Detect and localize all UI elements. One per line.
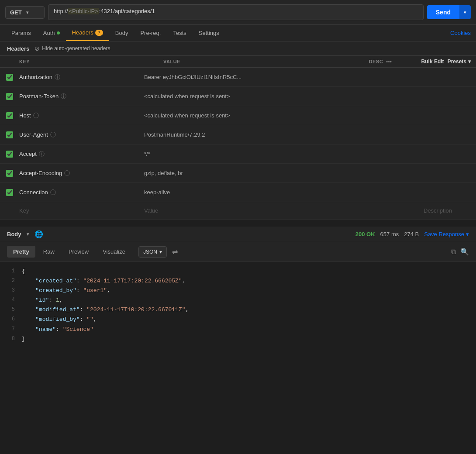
response-bar: Body ▾ 🌐 200 OK 657 ms 274 B Save Respon…	[0, 227, 476, 242]
method-chevron-icon: ▾	[26, 10, 40, 15]
line-6-content: "modified_by": "",	[22, 315, 476, 324]
table-actions: Bulk Edit Presets ▾	[421, 58, 476, 65]
response-size: 274 B	[404, 231, 419, 237]
format-chevron-icon: ▾	[159, 249, 162, 255]
row-4-checkbox[interactable]	[6, 131, 13, 138]
headers-table: KEY VALUE DESC ••• Bulk Edit Presets ▾ A…	[0, 56, 476, 220]
row-4-key: User-Agent ⓘ	[19, 131, 144, 139]
tab-tests-label: Tests	[173, 30, 186, 36]
row-2-value: <calculated when request is sent>	[144, 93, 424, 100]
url-input[interactable]: http://<Public-IP>:4321/api/categories/1	[48, 4, 424, 20]
method-label: GET	[10, 9, 24, 16]
row-3-checkbox[interactable]	[6, 112, 13, 119]
row-6-check-col	[0, 170, 19, 177]
line-8-content: }	[22, 334, 476, 344]
row-6-value: gzip, deflate, br	[144, 170, 424, 176]
row-5-key: Accept ⓘ	[19, 150, 144, 158]
code-line-1: 1 {	[0, 267, 476, 276]
row-1-value: Bearer eyJhbGciOiJIUzI1NiIsInR5cC...	[144, 74, 424, 80]
send-button[interactable]: Send	[427, 5, 459, 19]
row-7-checkbox[interactable]	[6, 189, 13, 196]
row-5-checkbox[interactable]	[6, 151, 13, 158]
row-1-check-col	[0, 74, 19, 81]
headers-toolbar: Headers ⊘ Hide auto-generated headers	[0, 41, 476, 56]
row-7-info-icon[interactable]: ⓘ	[50, 189, 56, 196]
tab-body[interactable]: Body	[109, 25, 135, 41]
row-7-check-col	[0, 189, 19, 196]
tab-pretty-label: Pretty	[13, 248, 29, 255]
line-num-6: 6	[0, 315, 22, 323]
bulk-edit-button[interactable]: Bulk Edit	[421, 58, 444, 65]
tab-auth[interactable]: Auth	[37, 25, 66, 41]
line-5-content: "modified_at": "2024-11-17T10:20:22.6670…	[22, 305, 476, 315]
format-select[interactable]: JSON ▾	[138, 246, 167, 258]
method-select[interactable]: GET ▾	[5, 6, 45, 19]
row-2-info-icon[interactable]: ⓘ	[61, 93, 66, 100]
row-2-key-label: Postman-Token	[19, 93, 59, 100]
hide-autogen-toggle[interactable]: ⊘ Hide auto-generated headers	[34, 45, 110, 52]
line-num-7: 7	[0, 325, 22, 334]
code-area: 1 { 2 "created_at": "2024-11-17T17:20:22…	[0, 261, 476, 349]
eye-icon: ⊘	[34, 45, 40, 52]
row-3-key: Host ⓘ	[19, 112, 144, 120]
tab-preview-label: Preview	[69, 248, 89, 255]
line-num-5: 5	[0, 305, 22, 314]
tab-params[interactable]: Params	[5, 25, 37, 41]
row-2-key: Postman-Token ⓘ	[19, 93, 144, 100]
row-7-key: Connection ⓘ	[19, 189, 144, 196]
row-1-checkbox[interactable]	[6, 74, 13, 81]
col-desc-header: DESC •••	[369, 59, 421, 64]
code-wrapper: 1 { 2 "created_at": "2024-11-17T17:20:22…	[0, 261, 476, 349]
code-line-2: 2 "created_at": "2024-11-17T17:20:22.666…	[0, 276, 476, 286]
cookies-link[interactable]: Cookies	[450, 30, 471, 36]
row-5-check-col	[0, 151, 19, 158]
search-icon[interactable]: 🔍	[460, 248, 469, 256]
wrap-icon[interactable]: ⇌	[172, 248, 178, 256]
tab-visualize[interactable]: Visualize	[97, 246, 131, 258]
send-button-group: Send ▾	[427, 5, 471, 19]
line-num-1: 1	[0, 267, 22, 275]
row-4-info-icon[interactable]: ⓘ	[50, 131, 56, 139]
empty-row[interactable]: Key Value Description	[0, 202, 476, 220]
url-suffix: :4321/api/categories/1	[99, 8, 155, 14]
tab-prereq[interactable]: Pre-req.	[134, 25, 167, 41]
save-response-chevron-icon: ▾	[466, 231, 469, 237]
save-response-button[interactable]: Save Response ▾	[424, 231, 469, 237]
tab-raw[interactable]: Raw	[37, 246, 61, 258]
row-2-checkbox[interactable]	[6, 93, 13, 100]
row-6-checkbox[interactable]	[6, 170, 13, 177]
tab-tests[interactable]: Tests	[167, 25, 192, 41]
tab-pretty[interactable]: Pretty	[7, 246, 35, 258]
body-chevron-icon[interactable]: ▾	[27, 231, 29, 237]
row-4-check-col	[0, 131, 19, 138]
table-row: Postman-Token ⓘ <calculated when request…	[0, 87, 476, 106]
row-3-info-icon[interactable]: ⓘ	[33, 112, 39, 120]
tab-settings-label: Settings	[199, 30, 219, 36]
col-value-header: VALUE	[163, 59, 369, 64]
tab-settings[interactable]: Settings	[193, 25, 225, 41]
row-5-info-icon[interactable]: ⓘ	[39, 150, 45, 158]
row-5-key-label: Accept	[19, 151, 37, 157]
tab-params-label: Params	[11, 30, 31, 36]
row-1-key-label: Authorization	[19, 74, 52, 80]
code-line-5: 5 "modified_at": "2024-11-17T10:20:22.66…	[0, 305, 476, 315]
headers-badge: 7	[95, 30, 103, 36]
tab-headers[interactable]: Headers 7	[66, 25, 109, 41]
row-6-info-icon[interactable]: ⓘ	[64, 169, 70, 177]
row-6-key: Accept-Encoding ⓘ	[19, 169, 144, 177]
row-1-info-icon[interactable]: ⓘ	[55, 73, 60, 81]
tab-preview[interactable]: Preview	[62, 246, 95, 258]
response-section: Body ▾ 🌐 200 OK 657 ms 274 B Save Respon…	[0, 227, 476, 349]
empty-value-placeholder: Value	[144, 207, 424, 214]
code-line-3: 3 "created_by": "user1",	[0, 286, 476, 296]
copy-icon[interactable]: ⧉	[451, 248, 456, 256]
row-4-key-label: User-Agent	[19, 131, 48, 138]
send-chevron-button[interactable]: ▾	[459, 5, 471, 19]
save-response-label: Save Response	[424, 231, 464, 237]
row-5-value: */*	[144, 151, 424, 157]
auth-dot-icon	[57, 31, 60, 34]
url-bar: GET ▾ http://<Public-IP>:4321/api/catego…	[0, 0, 476, 25]
presets-button[interactable]: Presets ▾	[448, 58, 471, 65]
url-public-ip: <Public-IP>	[68, 8, 99, 14]
tab-visualize-label: Visualize	[103, 248, 125, 255]
